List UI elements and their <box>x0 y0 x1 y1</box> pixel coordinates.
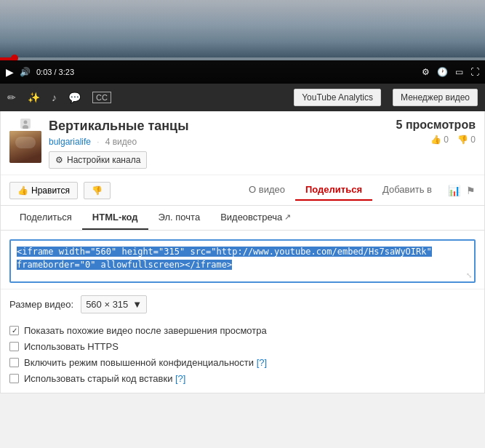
share-tab-email[interactable]: Эл. почта <box>148 206 211 230</box>
settings-icon[interactable]: ⚙ <box>422 67 430 77</box>
dislikes-count: 👎 0 <box>457 135 476 145</box>
checkbox-show-related: Показать похожие видео после завершения … <box>9 325 476 336</box>
rectangle-icon[interactable]: ▭ <box>455 67 463 77</box>
main-content: Вертикальные танцы bulgarialife · 4 виде… <box>0 111 485 393</box>
svg-point-1 <box>24 121 28 124</box>
likes-row: 👍 0 👎 0 <box>374 135 476 145</box>
chat-icon[interactable]: 💬 <box>68 92 81 103</box>
youtube-analytics-button[interactable]: YouTube Analytics <box>294 89 381 106</box>
share-tab-html[interactable]: HTML-код <box>82 206 148 230</box>
music-icon[interactable]: ♪ <box>52 92 57 103</box>
thumbs-down-icon: 👎 <box>92 185 103 196</box>
video-player: ▶ 🔊 0:03 / 3:23 ⚙ 🕐 ▭ ⛶ <box>0 0 485 84</box>
cc-icon[interactable]: CC <box>92 92 111 103</box>
embed-code-box[interactable]: <iframe width="560" height="315" src="ht… <box>9 239 476 283</box>
external-link-icon: ↗ <box>284 212 291 222</box>
dropdown-arrow-icon: ▼ <box>132 299 142 310</box>
size-select[interactable]: 560 × 315 ▼ <box>81 295 147 313</box>
checkbox-privacy-input[interactable] <box>9 358 19 367</box>
checkbox-https: Использовать HTTPS <box>9 341 476 352</box>
channel-info-row: Вертикальные танцы bulgarialife · 4 виде… <box>1 111 484 175</box>
size-row: Размер видео: 560 × 315 ▼ <box>1 289 484 319</box>
pencil-icon[interactable]: ✏ <box>7 92 16 103</box>
magic-icon[interactable]: ✨ <box>28 92 40 103</box>
size-label: Размер видео: <box>9 299 73 310</box>
views-area: 5 просмотров 👍 0 👎 0 <box>374 119 476 145</box>
dislike-button[interactable]: 👎 <box>84 182 111 199</box>
share-tab-videomeet[interactable]: Видеовстреча ↗ <box>210 206 301 230</box>
gear-settings-icon: ⚙ <box>55 155 63 165</box>
time-display: 0:03 / 3:23 <box>36 68 416 76</box>
video-manager-button[interactable]: Менеджер видео <box>393 89 478 106</box>
channel-name-row: bulgarialife · 4 видео <box>49 136 374 147</box>
old-code-help-link[interactable]: [?] <box>175 373 185 384</box>
video-controls: ▶ 🔊 0:03 / 3:23 ⚙ 🕐 ▭ ⛶ <box>0 60 485 84</box>
share-tab-share[interactable]: Поделиться <box>9 206 82 230</box>
thumbs-up-icon: 👍 <box>17 185 28 196</box>
video-title: Вертикальные танцы <box>49 119 374 134</box>
volume-icon[interactable]: 🔊 <box>20 67 31 77</box>
channel-settings-button[interactable]: ⚙ Настройки канала <box>49 151 147 169</box>
embed-code-text[interactable]: <iframe width="560" height="315" src="ht… <box>17 247 432 270</box>
checkbox-show-related-input[interactable] <box>9 326 19 335</box>
checkboxes-section: Показать похожие видео после завершения … <box>1 319 484 393</box>
tab-about-video[interactable]: О видео <box>239 180 295 201</box>
video-toolbar: ✏ ✨ ♪ 💬 CC YouTube Analytics Менеджер ви… <box>0 84 485 111</box>
avatar-area <box>9 119 41 163</box>
channel-name-link[interactable]: bulgarialife <box>49 137 91 147</box>
actions-row: 👍 Нравится 👎 О видео Поделиться Добавить… <box>1 175 484 206</box>
fullscreen-icon[interactable]: ⛶ <box>470 67 479 77</box>
checkbox-old-code: Использовать старый код вставки [?] <box>9 373 476 384</box>
person-icon <box>20 119 31 129</box>
embed-section: <iframe width="560" height="315" src="ht… <box>1 231 484 289</box>
share-sub-tabs: Поделиться HTML-код Эл. почта Видеовстре… <box>1 206 484 231</box>
video-count: 4 видео <box>105 137 137 147</box>
channel-details: Вертикальные танцы bulgarialife · 4 виде… <box>49 119 374 169</box>
checkbox-old-code-input[interactable] <box>9 374 19 383</box>
tab-share[interactable]: Поделиться <box>295 180 372 201</box>
tab-add-to[interactable]: Добавить в <box>372 180 442 201</box>
checkbox-https-input[interactable] <box>9 342 19 351</box>
flag-icon[interactable]: ⚑ <box>466 185 476 196</box>
clock-icon[interactable]: 🕐 <box>437 67 448 77</box>
like-button[interactable]: 👍 Нравится <box>9 182 78 199</box>
play-button[interactable]: ▶ <box>6 66 14 78</box>
views-count: 5 просмотров <box>374 119 476 132</box>
main-tabs: О видео Поделиться Добавить в 📊 ⚑ <box>116 180 476 201</box>
privacy-help-link[interactable]: [?] <box>257 357 267 368</box>
resize-handle[interactable]: ⤡ <box>466 271 472 279</box>
analytics-tab-icon[interactable]: 📊 <box>442 180 466 201</box>
checkbox-privacy: Включить режим повышенной конфиденциальн… <box>9 357 476 368</box>
likes-count: 👍 0 <box>430 135 449 145</box>
channel-avatar[interactable] <box>9 131 41 163</box>
